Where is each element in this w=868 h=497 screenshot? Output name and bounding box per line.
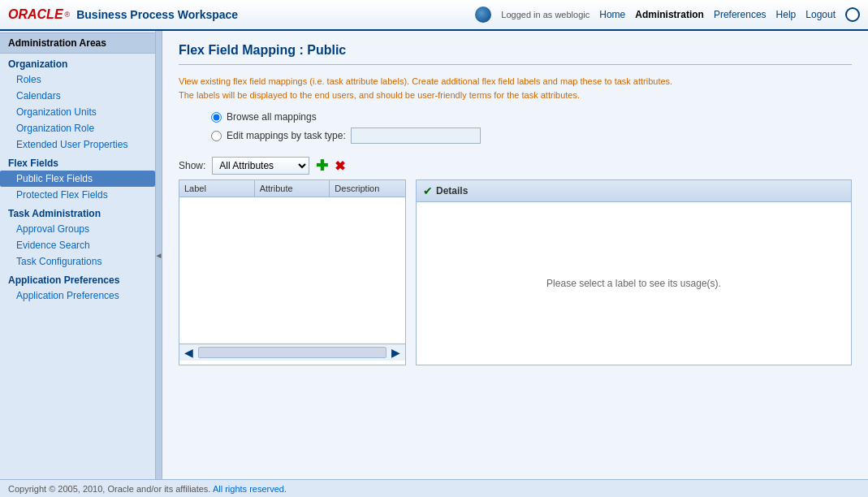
sidebar-resize-handle[interactable]: ◄ bbox=[156, 31, 162, 479]
grid-body[interactable] bbox=[179, 197, 405, 344]
footer-text: Copyright © 2005, 2010, Oracle and/or it… bbox=[8, 484, 210, 494]
radio-browse-label[interactable]: Browse all mappings bbox=[227, 111, 317, 123]
sidebar-group-organization: Organization bbox=[0, 54, 155, 71]
preferences-link[interactable]: Preferences bbox=[714, 9, 767, 20]
add-icon[interactable]: ✚ bbox=[316, 157, 328, 175]
sidebar-item-approval-groups[interactable]: Approval Groups bbox=[0, 221, 155, 237]
remove-icon[interactable]: ✖ bbox=[335, 158, 345, 174]
details-title: Details bbox=[436, 185, 468, 197]
details-placeholder: Please select a label to see its usage(s… bbox=[546, 278, 721, 289]
sidebar-item-evidence-search[interactable]: Evidence Search bbox=[0, 237, 155, 253]
details-check-icon: ✔ bbox=[423, 184, 433, 197]
radio-section: Browse all mappings Edit mappings by tas… bbox=[211, 111, 852, 144]
sidebar-item-org-units[interactable]: Organization Units bbox=[0, 104, 155, 120]
home-link[interactable]: Home bbox=[599, 9, 625, 20]
radio-edit-label[interactable]: Edit mappings by task type: bbox=[227, 130, 346, 141]
sidebar-group-app-prefs: Application Preferences bbox=[0, 270, 155, 287]
logout-link[interactable]: Logout bbox=[805, 9, 836, 20]
details-body: Please select a label to see its usage(s… bbox=[417, 202, 851, 365]
sidebar-group-task-admin: Task Administration bbox=[0, 203, 155, 221]
header-right: Logged in as weblogic Home Administratio… bbox=[475, 6, 860, 23]
details-panel: ✔ Details Please select a label to see i… bbox=[416, 179, 852, 365]
col-attribute: Attribute bbox=[255, 180, 330, 197]
logout-icon bbox=[845, 7, 860, 22]
radio-edit-row: Edit mappings by task type: bbox=[211, 127, 852, 144]
grid-details-row: Label Attribute Description ◀ ▶ bbox=[179, 179, 852, 365]
footer: Copyright © 2005, 2010, Oracle and/or it… bbox=[0, 479, 868, 497]
logged-in-text: Logged in as weblogic bbox=[501, 10, 589, 19]
main-layout: Administration Areas Organization Roles … bbox=[0, 31, 868, 479]
sidebar-group-flex-fields: Flex Fields bbox=[0, 153, 155, 171]
sidebar-item-ext-user-props[interactable]: Extended User Properties bbox=[0, 136, 155, 153]
footer-rights[interactable]: All rights reserved. bbox=[213, 484, 287, 494]
sidebar-item-roles[interactable]: Roles bbox=[0, 71, 155, 88]
show-select[interactable]: All Attributes bbox=[212, 157, 309, 175]
sidebar-item-app-prefs[interactable]: Application Preferences bbox=[0, 287, 155, 304]
content-area: Flex Field Mapping : Public View existin… bbox=[162, 31, 868, 479]
col-description: Description bbox=[330, 180, 405, 197]
radio-edit[interactable] bbox=[211, 131, 222, 141]
oracle-brand-text: ORACLE bbox=[8, 7, 63, 22]
task-type-input[interactable] bbox=[351, 127, 481, 144]
show-label: Show: bbox=[179, 160, 205, 171]
description-text: View existing flex field mappings (i.e. … bbox=[179, 75, 852, 102]
grid-header: Label Attribute Description bbox=[179, 180, 405, 197]
header: ORACLE ® Business Process Workspace Logg… bbox=[0, 0, 868, 31]
header-left: ORACLE ® Business Process Workspace bbox=[8, 7, 238, 22]
grid-container: Label Attribute Description ◀ ▶ bbox=[179, 179, 406, 365]
scroll-left-arrow[interactable]: ◀ bbox=[183, 346, 195, 359]
radio-browse[interactable] bbox=[211, 112, 222, 123]
oracle-registered: ® bbox=[65, 11, 71, 19]
sidebar-item-public-flex[interactable]: Public Flex Fields bbox=[0, 171, 155, 187]
radio-browse-row: Browse all mappings bbox=[211, 111, 852, 123]
col-label: Label bbox=[179, 180, 255, 197]
sidebar-section-title: Administration Areas bbox=[0, 32, 155, 54]
administration-link[interactable]: Administration bbox=[635, 9, 704, 20]
sidebar-item-calendars[interactable]: Calendars bbox=[0, 88, 155, 104]
show-row: Show: All Attributes ✚ ✖ bbox=[179, 157, 852, 175]
footer-copyright: Copyright © 2005, 2010, Oracle and/or it… bbox=[8, 484, 287, 494]
app-title: Business Process Workspace bbox=[76, 8, 238, 21]
help-link[interactable]: Help bbox=[776, 9, 797, 20]
globe-icon bbox=[475, 6, 491, 23]
description-line2: The labels will be displayed to the end … bbox=[179, 90, 580, 100]
sidebar-item-org-role[interactable]: Organization Role bbox=[0, 120, 155, 136]
sidebar-item-task-configs[interactable]: Task Configurations bbox=[0, 253, 155, 270]
scroll-right-arrow[interactable]: ▶ bbox=[390, 346, 402, 359]
sidebar: Administration Areas Organization Roles … bbox=[0, 31, 156, 479]
content-inner: Flex Field Mapping : Public View existin… bbox=[162, 31, 868, 378]
details-header: ✔ Details bbox=[417, 180, 851, 202]
grid-footer: ◀ ▶ bbox=[179, 344, 405, 361]
description-line1: View existing flex field mappings (i.e. … bbox=[179, 76, 672, 86]
page-title: Flex Field Mapping : Public bbox=[179, 43, 852, 65]
grid-scrollbar[interactable] bbox=[198, 347, 386, 358]
sidebar-item-protected-flex[interactable]: Protected Flex Fields bbox=[0, 187, 155, 203]
resize-arrow-icon: ◄ bbox=[155, 251, 163, 260]
oracle-logo: ORACLE ® bbox=[8, 7, 70, 22]
